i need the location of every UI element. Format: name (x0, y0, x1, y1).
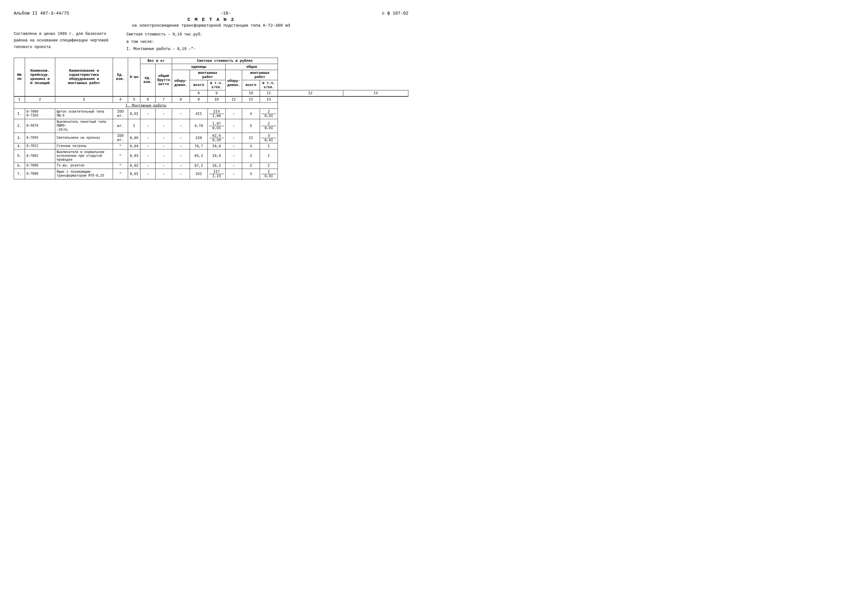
col-qty-header: К-во (128, 58, 140, 97)
r3-qty: 0,05 (128, 133, 140, 143)
col-unit-header: Ед.изм. (113, 58, 128, 97)
table-row: 4. 8–70II Стенные патроны " 0,04 – – – 7… (14, 143, 409, 149)
colnum-8: 8 (190, 90, 208, 97)
r7-c8: – (172, 169, 190, 179)
col-mount-unit: монтажныхработ (190, 70, 226, 80)
section-row: I. Монтажные работы (14, 103, 409, 109)
meta-cost: Сметная стоимость – 0,19 тыс.руб. (126, 31, 203, 38)
col-code-header: Наименов.прейскур.ценника и№ позиций (25, 58, 55, 97)
r3-c8: – (172, 133, 190, 143)
r5-num: 5. (14, 149, 25, 163)
ci-2: 2 (25, 97, 55, 103)
r3-unit: IOOшт. (113, 133, 128, 143)
colnum-10: IO (242, 90, 260, 97)
col-name-header: Наименование ихарактеристикаоборудования… (55, 58, 113, 97)
r2-w1: – (140, 119, 156, 133)
ci-4: 4 (113, 97, 128, 103)
r6-w1: – (140, 163, 156, 169)
col-w-total: общийбруттонетто (156, 64, 172, 97)
r1-qty: 0,OI (128, 109, 140, 119)
r5-w1: – (140, 149, 156, 163)
r4-code: 8–70II (25, 143, 55, 149)
r7-unit: " (113, 169, 128, 179)
r5-c13: I (260, 149, 278, 163)
doc-ref: с ф 187-02 (382, 11, 409, 16)
r3-c9: 220 (190, 133, 208, 143)
r3-num: 3. (14, 133, 25, 143)
r3-c12: II (242, 133, 260, 143)
col-mount-unit-all: всего (190, 80, 208, 90)
r5-w2: – (156, 149, 172, 163)
r5-c12: 2 (242, 149, 260, 163)
col-index-row: I 2 3 4 5 6 7 8 9 IO II I2 I3 (14, 97, 409, 103)
r4-c10: I6,0 (208, 143, 226, 149)
r4-c8: – (172, 143, 190, 149)
r5-c9: 65,2 (190, 149, 208, 163)
meta-left: Составлена в ценах 1969 г. для базисного… (14, 31, 115, 53)
r2-c13: 20,OI (260, 119, 278, 133)
ci-10: IO (208, 97, 226, 103)
r5-name: Выключатели в нормальном исполнении при … (55, 149, 113, 163)
page-header: Альбом II 407-3-44/75 -18- с ф 187-02 (14, 11, 409, 16)
col-num-header: №№пп (14, 58, 25, 97)
col-equip-unit: обору-дован. (172, 70, 190, 97)
col-header-row1: №№пп Наименов.прейскур.ценника и№ позици… (14, 58, 409, 64)
col-total-price: общая (226, 64, 278, 70)
r7-c10: II7I,23 (208, 169, 226, 179)
title-main: С М Е Т А № 2 (14, 17, 409, 22)
col-mount-total: монтажныхработ (242, 70, 278, 80)
title-sub: на электроосвещение трансформаторной под… (14, 23, 409, 28)
ci-11: II (226, 97, 242, 103)
r2-w2: – (156, 119, 172, 133)
estimate-table: №№пп Наименов.прейскур.ценника и№ позици… (14, 58, 409, 179)
colnum-12: I2 (278, 90, 343, 97)
r3-c10: 62,60,29 (208, 133, 226, 143)
r6-c8: – (172, 163, 190, 169)
ci-13: I3 (260, 97, 278, 103)
ci-7: 7 (156, 97, 172, 103)
meta-mount: I. Монтажные работы – 0,19 –"- (126, 45, 203, 53)
r4-name: Стенные патроны (55, 143, 113, 149)
r6-c12: 2 (242, 163, 260, 169)
r5-c8: – (172, 149, 190, 163)
r7-w1: – (140, 169, 156, 179)
r1-c9: 4II (190, 109, 208, 119)
r4-w1: – (140, 143, 156, 149)
colnum-9: 9 (208, 90, 226, 97)
r7-qty: 0,OI (128, 169, 140, 179)
section-title: I. Монтажные работы (14, 103, 278, 109)
r7-c13: I0,OI (260, 169, 278, 179)
r4-w2: – (156, 143, 172, 149)
r1-unit: IOOшт. (113, 109, 128, 119)
meta-block: Составлена в ценах 1969 г. для базисного… (14, 31, 409, 53)
ci-1: I (14, 97, 25, 103)
r6-num: 6. (14, 163, 25, 169)
ci-12: I2 (242, 97, 260, 103)
r7-w2: – (156, 169, 172, 179)
r4-num: 4. (14, 143, 25, 149)
table-row: 6. 8–7006 То же, розетки " 0,02 – – – 67… (14, 163, 409, 169)
r5-unit: " (113, 149, 128, 163)
r1-c12: 4 (242, 109, 260, 119)
r6-w2: – (156, 163, 172, 169)
meta-right: Сметная стоимость – 0,19 тыс.руб. в том … (126, 31, 203, 53)
r1-c13: 20,OI (260, 109, 278, 119)
r1-c8: – (172, 109, 190, 119)
r6-qty: 0,02 (128, 163, 140, 169)
r2-qty: I (128, 119, 140, 133)
r2-c8: – (172, 119, 190, 133)
meta-incl: в том числе: (126, 38, 203, 45)
r3-name: Светильники на кронках (55, 133, 113, 143)
r1-w1: – (140, 109, 156, 119)
r6-c11: – (226, 163, 242, 169)
r6-c9: 67,I (190, 163, 208, 169)
ci-5: 5 (128, 97, 140, 103)
table-row: 3. 8–7055 Светильники на кронках IOOшт. … (14, 133, 409, 143)
r6-code: 8–7006 (25, 163, 55, 169)
album-label: Альбом II 407-3-44/75 (14, 11, 69, 16)
col-w-unit: ед.изм. (140, 64, 156, 97)
col-mount-unit-zp: в т.ч.з/пл. (208, 80, 226, 90)
page-number: -18- (69, 11, 382, 16)
ci-8: 8 (172, 97, 190, 103)
r2-code: 8–5978 (25, 119, 55, 133)
